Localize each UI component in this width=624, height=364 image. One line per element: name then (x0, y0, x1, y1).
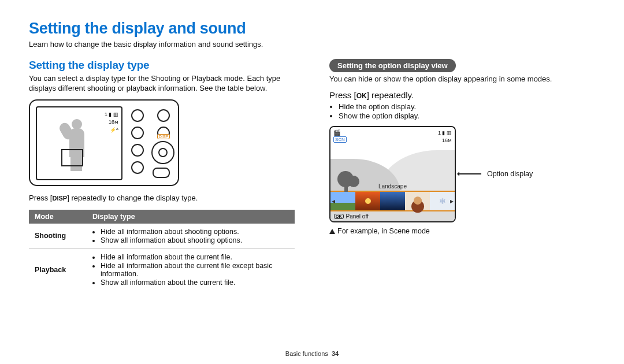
option-thumbnails: ◂ ▸ (330, 191, 455, 211)
scene-thumbnail: ◂ (330, 192, 355, 210)
table-header-display-type: Display type (87, 210, 295, 224)
tree-icon (337, 171, 354, 187)
page-number: 34 (332, 350, 339, 357)
page-footer: Basic functions 34 (0, 350, 624, 357)
scene-thumbnail (405, 192, 430, 210)
ok-mini-icon: OK (334, 214, 344, 219)
ok-chip: OK (356, 92, 367, 100)
list-item: Hide the option display. (339, 102, 595, 111)
list-item: Show all information about the current f… (101, 278, 289, 287)
triangle-icon (329, 229, 335, 234)
camera-button (131, 127, 144, 139)
table-row: Playback Hide all information about the … (29, 248, 295, 291)
scene-thumbnail (355, 192, 380, 210)
left-column: Setting the display type You can select … (29, 59, 295, 291)
page-intro: Learn how to change the basic display in… (29, 40, 595, 49)
megapixel-icon: 16ᴍ (105, 118, 118, 127)
disp-chip: DISP (52, 195, 67, 202)
chevron-right-icon: ▸ (450, 197, 454, 205)
camera-button (153, 168, 170, 178)
list-item: Hide all information about the current f… (101, 253, 289, 261)
camera-button (131, 109, 144, 122)
megapixel-icon: 16ᴍ (438, 137, 452, 145)
camera-button (131, 161, 144, 174)
camera-dpad (151, 141, 174, 164)
table-row-mode: Shooting (29, 224, 87, 249)
film-icon: 🎬 (333, 129, 347, 136)
camera-button (131, 144, 144, 157)
list-item: Show all information about shooting opti… (101, 236, 289, 244)
page-title: Setting the display and sound (29, 20, 595, 38)
option-display-label: Option display (487, 170, 533, 178)
scene-thumbnail (380, 192, 405, 210)
right-column: Setting the option display view You can … (329, 59, 595, 291)
press-ok-instruction: Press [OK] repeatedly. (329, 90, 595, 100)
camera-diagram: 1 ▮ ▥ 16ᴍ ⚡ᴬ DISP (29, 99, 295, 186)
display-type-paragraph: You can select a display type for the Sh… (29, 74, 295, 94)
lcd-screenshot: 🎬 SCN 1 ▮ ▥ 16ᴍ Landscape ◂ (329, 126, 456, 222)
chevron-left-icon: ◂ (332, 197, 335, 205)
camera-button (157, 109, 170, 122)
disp-caption: Press [DISP] repeatedly to change the di… (29, 194, 295, 202)
display-type-table: Mode Display type Shooting Hide all info… (29, 210, 295, 291)
battery-indicator-icon: 1 ▮ ▥ (438, 129, 452, 138)
option-display-paragraph: You can hide or show the option display … (329, 75, 595, 84)
example-note: For example, in Scene mode (329, 227, 595, 235)
table-header-mode: Mode (29, 210, 87, 224)
scn-mode-icon: SCN (333, 136, 347, 143)
list-item: Hide all information about shooting opti… (101, 228, 289, 236)
subsection-pill: Setting the option display view (329, 59, 456, 72)
battery-indicator-icon: 1 ▮ ▥ (105, 111, 118, 119)
scene-thumbnail: ▸ (430, 192, 455, 210)
table-row: Shooting Hide all information about shoo… (29, 224, 295, 249)
list-item: Hide all information about the current f… (101, 262, 289, 278)
landscape-label: Landscape (378, 183, 407, 190)
focus-rectangle (61, 149, 83, 166)
flash-auto-icon: ⚡ᴬ (105, 127, 118, 135)
panel-off-label: Panel off (346, 213, 369, 220)
disp-button-callout: DISP (157, 134, 170, 140)
table-row-mode: Playback (29, 248, 87, 291)
callout-arrow-icon (458, 173, 481, 174)
section-heading-display-type: Setting the display type (29, 59, 295, 72)
camera-screen: 1 ▮ ▥ 16ᴍ ⚡ᴬ (36, 106, 122, 180)
list-item: Show the option display. (339, 112, 595, 120)
